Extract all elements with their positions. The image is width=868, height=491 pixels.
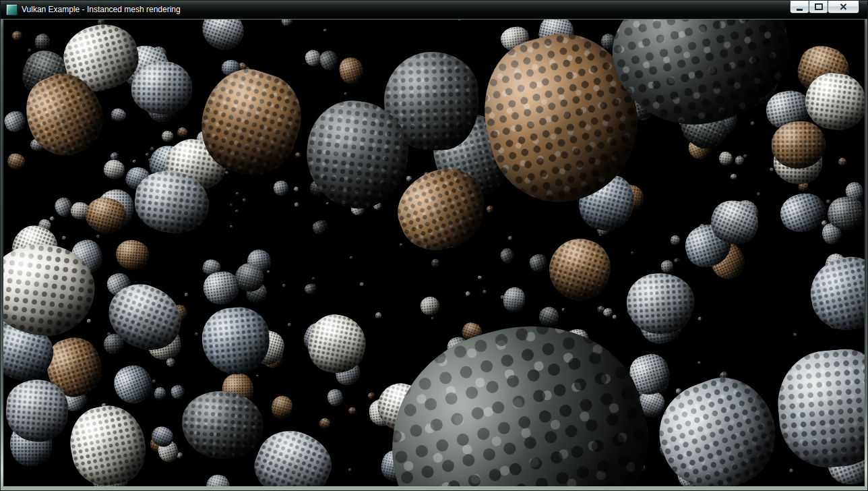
rock <box>420 295 441 316</box>
rock <box>697 362 701 365</box>
rock <box>326 202 329 204</box>
rock <box>272 179 290 196</box>
rock <box>225 171 229 175</box>
rock <box>793 333 797 337</box>
rock <box>631 251 634 254</box>
rock <box>317 416 332 430</box>
rock <box>185 293 188 297</box>
rock <box>670 235 681 246</box>
rock <box>838 157 847 167</box>
rock <box>660 260 674 273</box>
rock <box>304 283 319 295</box>
rock <box>255 375 259 378</box>
minimize-icon <box>797 9 803 11</box>
rock <box>482 289 487 295</box>
rock <box>311 277 315 281</box>
rock <box>49 216 55 221</box>
rock <box>229 203 232 206</box>
rock <box>294 152 301 158</box>
rock <box>109 106 127 123</box>
rock <box>336 55 366 86</box>
rock <box>229 225 232 228</box>
rock <box>344 92 347 95</box>
rock <box>507 235 513 241</box>
rock <box>536 304 561 328</box>
minimize-button[interactable] <box>790 1 809 13</box>
maximize-button[interactable] <box>809 1 828 13</box>
rock <box>270 394 295 422</box>
app-window: Vulkan Example - Instanced mesh renderin… <box>0 0 868 491</box>
rock <box>115 239 150 270</box>
window-title: Vulkan Example - Instanced mesh renderin… <box>22 1 181 19</box>
title-bar[interactable]: Vulkan Example - Instanced mesh renderin… <box>1 1 867 19</box>
rock <box>368 392 376 399</box>
close-button[interactable] <box>828 1 859 13</box>
rock <box>750 121 755 127</box>
rock <box>294 202 300 208</box>
rock <box>61 235 66 241</box>
rock <box>348 467 352 472</box>
rock <box>735 155 744 165</box>
rock <box>317 48 341 73</box>
app-icon <box>6 4 18 16</box>
rock <box>477 275 482 279</box>
rock <box>5 152 27 173</box>
rock <box>698 316 702 321</box>
render-viewport[interactable] <box>3 20 865 486</box>
rock <box>326 388 344 408</box>
rock <box>154 386 166 401</box>
rock <box>293 186 299 192</box>
rock-large <box>804 251 865 336</box>
rock <box>281 20 292 26</box>
rock <box>176 125 189 139</box>
rock <box>311 219 330 236</box>
rock <box>204 472 232 486</box>
rock <box>673 258 680 264</box>
rock <box>152 380 156 383</box>
rock <box>502 286 526 312</box>
maximize-icon <box>815 3 823 10</box>
rock <box>498 246 516 265</box>
rock <box>375 312 382 320</box>
rock-large <box>365 298 673 486</box>
rock <box>788 468 794 473</box>
rock <box>613 315 617 319</box>
rock <box>96 234 100 238</box>
rock <box>826 200 830 204</box>
rock <box>102 158 127 181</box>
rock <box>169 383 187 401</box>
rock-large <box>304 310 371 378</box>
rock <box>12 31 23 41</box>
rock-large <box>64 399 152 486</box>
rock <box>235 209 239 212</box>
rock <box>243 198 247 202</box>
rock <box>406 176 412 181</box>
rock <box>288 322 291 326</box>
rock <box>431 258 441 268</box>
rock <box>197 20 249 55</box>
rock <box>718 150 734 165</box>
rock-large <box>625 271 695 336</box>
rock <box>3 108 29 135</box>
rock <box>431 316 434 320</box>
close-icon <box>840 3 847 10</box>
rock <box>399 243 402 247</box>
rock-large <box>180 388 266 461</box>
rock <box>27 49 32 53</box>
window-controls <box>790 1 859 13</box>
rock <box>236 192 239 195</box>
rock <box>486 205 494 213</box>
rock <box>160 129 173 142</box>
rock <box>132 160 136 164</box>
rock <box>323 28 326 32</box>
rock <box>528 252 549 272</box>
rock <box>458 20 462 22</box>
rock <box>743 154 747 158</box>
rock <box>35 34 51 50</box>
rock <box>769 167 774 172</box>
rock <box>350 256 353 260</box>
rock <box>757 192 762 196</box>
rock <box>282 284 285 287</box>
rock <box>348 407 357 414</box>
rock <box>86 318 91 323</box>
